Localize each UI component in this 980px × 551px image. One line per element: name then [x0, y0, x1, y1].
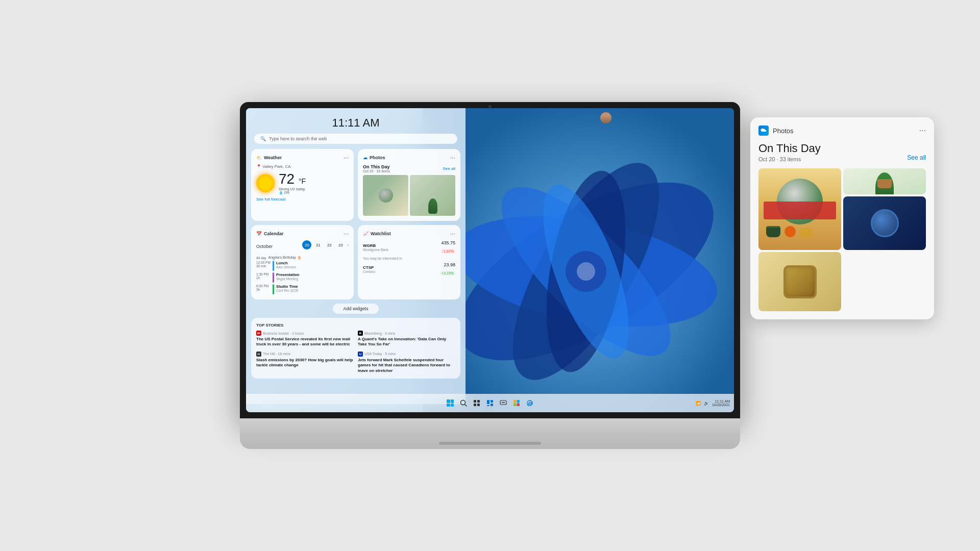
interested-label: You may be interested in: [363, 257, 455, 260]
calendar-event-studio: 6:00 PM 3h Studio Time Conf Rm 32/35: [256, 284, 349, 294]
calendar-widget: 📅 Calendar ··· October 20 21 22 23: [251, 225, 354, 299]
widgets-panel: 11:11 AM 🔍 Type here to search the web ⛅…: [246, 108, 465, 404]
event-time-lunch: 12:00 PM 30 min: [256, 261, 271, 268]
sun-icon: [256, 174, 275, 192]
news-section: TOP STORIES BI Business Insider · 2 hour…: [251, 318, 460, 379]
taskbar-clock[interactable]: 11:11 AM 10/20/2021: [712, 399, 730, 407]
svg-point-8: [577, 262, 595, 281]
news-source-4: U USA Today · 5 mins: [358, 352, 455, 357]
news-headline-2: A Quant's Take on Innovation: 'Data Can …: [358, 337, 455, 347]
weather-icon: ⛅: [256, 155, 262, 160]
taskbar-network-icon[interactable]: 📶: [696, 401, 701, 406]
svg-rect-26: [517, 404, 520, 407]
photo-thumb-2[interactable]: [410, 175, 455, 216]
event-details-studio: Studio Time Conf Rm 32/35: [276, 284, 349, 292]
svg-rect-25: [513, 404, 517, 407]
photos-exp-main-photo[interactable]: [758, 168, 841, 250]
cal-date-20[interactable]: 20: [302, 240, 311, 249]
photo-thumb-1[interactable]: [363, 175, 408, 216]
event-time-studio: 6:00 PM 3h: [256, 284, 271, 291]
weather-description: Strong UV today: [279, 187, 306, 191]
taskbar-search-button[interactable]: [458, 398, 469, 408]
watchlist-widget-title: 📈 Watchlist: [363, 231, 391, 236]
photos-see-all-link[interactable]: See all: [443, 166, 455, 171]
photos-on-this-day: On This Day Oct 20 · 33 items: [363, 164, 390, 173]
laptop-base: [240, 418, 740, 449]
taskbar-edge-button[interactable]: [525, 398, 535, 408]
svg-rect-23: [513, 400, 517, 403]
photos-exp-globe-photo[interactable]: [843, 196, 926, 251]
calendar-widget-title: 📅 Calendar: [256, 231, 284, 236]
photos-widget: ☁ Photos ··· On This Day Oct 20 · 33 ite…: [358, 149, 460, 221]
photos-exp-menu-button[interactable]: ···: [919, 126, 926, 135]
taskbar-volume-icon[interactable]: 🔊: [704, 401, 709, 406]
photos-cloud-icon: ☁: [363, 155, 368, 160]
photos-exp-title-text: Photos: [773, 127, 793, 135]
taskbar: 📶 🔊 11:11 AM 10/20/2021: [246, 394, 734, 412]
taskbar-taskview-button[interactable]: [472, 398, 482, 408]
svg-point-21: [503, 402, 504, 403]
hill-logo: H: [256, 352, 261, 357]
svg-rect-14: [477, 404, 480, 406]
cal-date-22[interactable]: 22: [325, 240, 334, 249]
news-headline-4: Jets forward Mark Scheifele suspended fo…: [358, 358, 455, 373]
stock-wgrb-change: -1.67%: [441, 249, 455, 254]
news-item-2[interactable]: B Bloomberg · 3 mins A Quant's Take on I…: [358, 331, 455, 347]
photos-exp-cushion-photo[interactable]: [758, 252, 841, 311]
svg-rect-12: [477, 400, 480, 403]
calendar-event-lunch: 12:00 PM 30 min Lunch Alex Johnson: [256, 261, 349, 271]
photos-exp-title-row: Photos: [758, 126, 793, 136]
add-widgets-button[interactable]: Add widgets: [333, 304, 378, 314]
photos-exp-cloud-icon: [758, 126, 769, 136]
stock-ctsp-info: CTSP Contoso: [363, 265, 375, 273]
event-details-presentation: Presentation Skype Meeting: [276, 272, 349, 281]
taskbar-chat-button[interactable]: [498, 398, 508, 408]
news-item-1[interactable]: BI Business Insider · 2 hours The US Pos…: [256, 331, 354, 347]
search-icon: 🔍: [260, 136, 266, 141]
laptop-screen: 11:11 AM 🔍 Type here to search the web ⛅…: [246, 108, 734, 412]
search-placeholder: Type here to search the web: [269, 136, 327, 141]
taskbar-widgets-button[interactable]: [485, 398, 495, 408]
weather-menu-button[interactable]: ···: [344, 154, 349, 161]
business-insider-logo: BI: [256, 331, 261, 336]
weather-widget: ⛅ Weather ··· 📍 Valley Park, CA: [251, 149, 354, 221]
stock-wgrb-price-block: 435.75 -1.67%: [441, 240, 455, 255]
photos-exp-see-all-link[interactable]: See all: [907, 154, 926, 161]
top-stories-label: TOP STORIES: [256, 323, 455, 328]
news-item-4[interactable]: U USA Today · 5 mins Jets forward Mark S…: [358, 352, 455, 373]
event-bar-presentation: [273, 272, 274, 283]
svg-point-22: [504, 402, 505, 403]
svg-line-10: [465, 405, 467, 407]
news-item-3[interactable]: H The Hill · 18 mins Slash emissions by …: [256, 352, 354, 373]
usa-today-logo: U: [358, 352, 363, 357]
weather-main: 72 °F Strong UV today 💧 0%: [256, 171, 349, 195]
photos-expanded-card: Photos ··· On This Day Oct 20 · 33 items…: [750, 117, 934, 319]
watchlist-menu-button[interactable]: ···: [450, 230, 455, 237]
photos-widget-header: ☁ Photos ···: [363, 154, 455, 161]
user-avatar[interactable]: [600, 112, 611, 123]
taskbar-store-button[interactable]: [511, 398, 522, 408]
taskbar-windows-button[interactable]: [445, 398, 455, 408]
search-bar[interactable]: 🔍 Type here to search the web: [254, 134, 457, 144]
watchlist-widget: 📈 Watchlist ··· WGRB Woodgrove Bank: [358, 225, 460, 299]
photos-exp-meta: Oct 20 · 33 items: [758, 156, 926, 162]
cal-chevron[interactable]: ›: [347, 240, 349, 249]
event-time-presentation: 1:30 PM 1h: [256, 272, 271, 280]
see-forecast-link[interactable]: See full forecast: [256, 197, 349, 202]
news-source-3: H The Hill · 18 mins: [256, 352, 354, 357]
event-bar-studio: [273, 284, 274, 294]
calendar-menu-button[interactable]: ···: [344, 230, 349, 237]
stock-ctsp-change: +2.23%: [440, 271, 455, 276]
screen-border: 11:11 AM 🔍 Type here to search the web ⛅…: [240, 102, 740, 418]
photos-menu-button[interactable]: ···: [450, 154, 455, 161]
calendar-dates: 20 21 22 23 ›: [302, 240, 349, 249]
photos-exp-on-this-day: On This Day: [758, 142, 926, 155]
svg-rect-24: [517, 400, 520, 403]
cal-date-23[interactable]: 23: [336, 240, 345, 249]
svg-rect-11: [474, 400, 476, 403]
news-headline-3: Slash emissions by 2030? How big goals w…: [256, 358, 354, 368]
photos-exp-grid: [758, 168, 926, 311]
photos-exp-plant-photo[interactable]: [843, 168, 926, 194]
cal-date-21[interactable]: 21: [313, 240, 323, 249]
photos-exp-header: Photos ···: [758, 126, 926, 136]
